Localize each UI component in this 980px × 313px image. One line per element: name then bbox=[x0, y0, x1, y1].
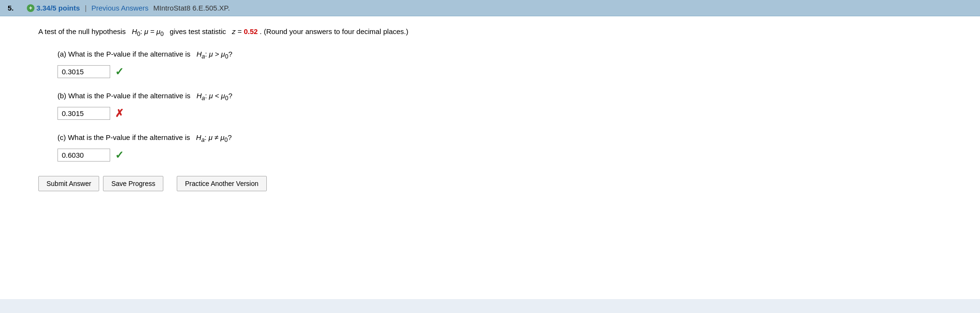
sub-question-c: (c) What is the P-value if the alternati… bbox=[57, 132, 966, 162]
answer-row-a: ✓ bbox=[57, 65, 966, 78]
z-label: z = bbox=[232, 27, 241, 35]
correct-icon-a: ✓ bbox=[115, 66, 124, 78]
page-container: 5. + 3.34/5 points | Previous Answers MI… bbox=[0, 0, 980, 313]
points-text: 3.34/5 points bbox=[36, 4, 80, 12]
statement-middle: gives test statistic bbox=[170, 27, 226, 35]
answer-input-b[interactable] bbox=[57, 107, 110, 120]
submit-button[interactable]: Submit Answer bbox=[38, 176, 99, 191]
null-hypothesis: H0: μ = μ0 bbox=[132, 27, 166, 35]
z-value: 0.52 bbox=[244, 27, 258, 35]
statement-after: . (Round your answers to four decimal pl… bbox=[260, 27, 408, 35]
answer-row-c: ✓ bbox=[57, 149, 966, 162]
incorrect-icon-b: ✗ bbox=[115, 107, 124, 120]
question-number: 5. bbox=[8, 4, 22, 12]
question-body: A test of the null hypothesis H0: μ = μ0… bbox=[0, 16, 980, 299]
plus-circle-icon: + bbox=[27, 4, 34, 12]
save-button[interactable]: Save Progress bbox=[103, 176, 163, 191]
problem-statement: A test of the null hypothesis H0: μ = μ0… bbox=[38, 26, 966, 39]
button-row: Submit Answer Save Progress Practice Ano… bbox=[38, 176, 966, 191]
points-badge: + 3.34/5 points bbox=[27, 4, 80, 12]
alternative-c: Ha: μ ≠ μ0? bbox=[196, 133, 231, 141]
separator: | bbox=[85, 4, 87, 12]
sub-question-b: (b) What is the P-value if the alternati… bbox=[57, 90, 966, 120]
answer-input-c[interactable] bbox=[57, 149, 110, 162]
sub-question-c-label: (c) What is the P-value if the alternati… bbox=[57, 132, 966, 145]
question-header: 5. + 3.34/5 points | Previous Answers MI… bbox=[0, 0, 980, 16]
correct-icon-c: ✓ bbox=[115, 149, 124, 162]
answer-row-b: ✗ bbox=[57, 107, 966, 120]
practice-button[interactable]: Practice Another Version bbox=[177, 176, 266, 191]
course-code: MIntroStat8 6.E.505.XP. bbox=[153, 4, 230, 12]
alternative-a: Ha: μ > μ0? bbox=[196, 50, 232, 58]
sub-question-b-label: (b) What is the P-value if the alternati… bbox=[57, 90, 966, 103]
sub-question-a: (a) What is the P-value if the alternati… bbox=[57, 48, 966, 78]
prev-answers-label: Previous Answers bbox=[91, 4, 148, 12]
answer-input-a[interactable] bbox=[57, 65, 110, 78]
sub-question-a-label: (a) What is the P-value if the alternati… bbox=[57, 48, 966, 61]
statement-before: A test of the null hypothesis bbox=[38, 27, 126, 35]
alternative-b: Ha: μ < μ0? bbox=[196, 92, 232, 100]
